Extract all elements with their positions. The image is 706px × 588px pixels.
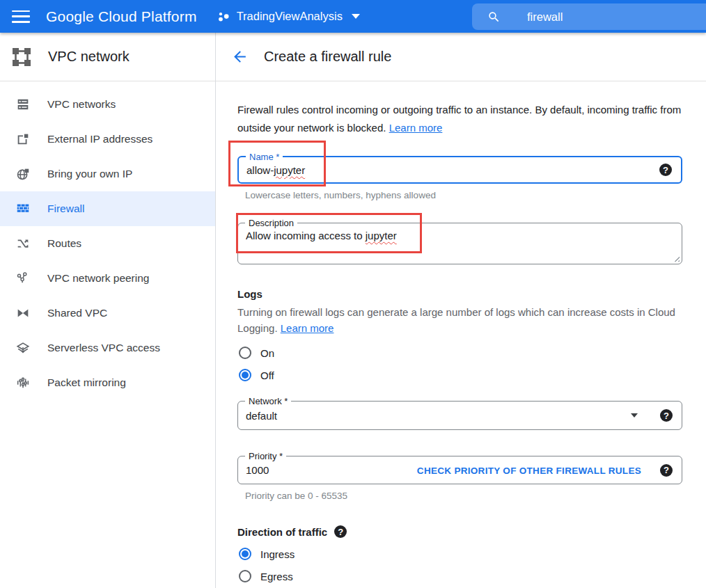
description-value-prefix: Allow incoming access to xyxy=(246,230,366,241)
name-value: allow-jupyter xyxy=(246,164,305,176)
sidebar-item-routes[interactable]: Routes xyxy=(0,226,215,261)
shared-vpc-icon xyxy=(15,305,31,321)
network-help-icon[interactable]: ? xyxy=(660,409,673,422)
chevron-down-icon xyxy=(352,14,360,19)
serverless-icon xyxy=(15,340,31,356)
sidebar-item-label: Serverless VPC access xyxy=(47,342,160,354)
logs-off-radio[interactable]: Off xyxy=(237,364,682,386)
peering-icon xyxy=(15,271,31,286)
back-button[interactable] xyxy=(231,48,249,65)
sidebar-item-shared-vpc[interactable]: Shared VPC xyxy=(0,296,215,331)
network-value: default xyxy=(246,410,277,422)
arrow-left-icon xyxy=(231,48,249,65)
logs-section: Logs Turning on firewall logs can genera… xyxy=(237,288,682,386)
sidebar-item-label: Bring your own IP xyxy=(47,168,132,180)
project-name: TradingViewAnalysis xyxy=(237,10,343,23)
description-value: Allow incoming access to jupyter xyxy=(246,230,397,241)
project-switcher[interactable]: TradingViewAnalysis xyxy=(217,10,360,24)
sidebar-item-firewall[interactable]: Firewall xyxy=(0,191,215,226)
firewall-brick-icon xyxy=(15,201,31,216)
menu-icon[interactable] xyxy=(12,10,30,23)
search-value: firewall xyxy=(527,10,563,24)
sidebar-item-label: VPC network peering xyxy=(47,272,149,285)
name-label: Name * xyxy=(246,151,283,163)
sidebar-nav: VPC networks External IP addresses Bring… xyxy=(0,81,215,400)
egress-label: Egress xyxy=(260,571,293,582)
description-value-flagged: jupyter xyxy=(366,230,397,241)
name-value-prefix: allow- xyxy=(246,164,274,176)
name-helper-text: Lowercase letters, numbers, hyphens allo… xyxy=(245,190,682,200)
sidebar-item-bring-your-own-ip[interactable]: Bring your own IP xyxy=(0,157,215,191)
sidebar-item-external-ip-addresses[interactable]: External IP addresses xyxy=(0,122,215,157)
radio-off-state-icon xyxy=(239,570,251,582)
radio-on-state-icon xyxy=(239,548,251,560)
description-label: Description xyxy=(245,217,297,229)
search-icon xyxy=(487,10,501,24)
check-priority-link[interactable]: CHECK PRIORITY OF OTHER FIREWALL RULES xyxy=(417,465,641,475)
intro-learn-more-link[interactable]: Learn more xyxy=(389,122,443,134)
name-value-flagged: jupyter xyxy=(274,164,305,176)
priority-helper-text: Priority can be 0 - 65535 xyxy=(245,491,682,501)
sidebar-item-label: External IP addresses xyxy=(47,133,152,145)
routes-icon xyxy=(15,236,31,251)
network-label: Network * xyxy=(245,395,291,407)
sidebar-title: VPC network xyxy=(48,49,130,65)
sidebar-item-label: Packet mirroring xyxy=(47,376,126,389)
radio-off-state-icon xyxy=(239,347,251,359)
dropdown-caret-icon xyxy=(631,413,638,418)
search-input[interactable]: firewall xyxy=(472,3,706,30)
priority-help-icon[interactable]: ? xyxy=(660,464,673,477)
vpc-network-logo-icon xyxy=(10,46,33,68)
sidebar: VPC network VPC networks External IP add… xyxy=(0,33,216,588)
logs-on-radio[interactable]: On xyxy=(237,342,682,364)
name-input[interactable]: Name * allow-jupyter ? xyxy=(237,156,682,184)
textarea-resize-handle[interactable] xyxy=(672,254,680,262)
page-title: Create a firewall rule xyxy=(264,49,391,65)
sidebar-item-vpc-networks[interactable]: VPC networks xyxy=(0,87,215,122)
name-field-group: Name * allow-jupyter ? Lowercase letters… xyxy=(237,156,682,200)
priority-label: Priority * xyxy=(245,450,286,462)
direction-section: Direction of traffic ? Ingress Egress xyxy=(237,525,682,587)
sidebar-item-label: Shared VPC xyxy=(47,307,107,319)
direction-help-icon[interactable]: ? xyxy=(334,525,347,538)
priority-value: 1000 xyxy=(246,464,269,476)
sidebar-item-serverless-vpc-access[interactable]: Serverless VPC access xyxy=(0,331,215,365)
name-help-icon[interactable]: ? xyxy=(659,164,672,176)
page-header: Create a firewall rule xyxy=(216,33,706,81)
packet-mirroring-icon xyxy=(15,375,31,390)
description-field-group: Description Allow incoming access to jup… xyxy=(237,223,682,264)
intro-text: Firewall rules control incoming or outgo… xyxy=(237,101,682,137)
main-area: Create a firewall rule Firewall rules co… xyxy=(216,33,706,588)
sidebar-item-packet-mirroring[interactable]: Packet mirroring xyxy=(0,365,215,400)
sidebar-item-label: Routes xyxy=(47,237,81,250)
project-icon xyxy=(217,10,230,24)
logs-on-label: On xyxy=(260,347,274,359)
brand-title: Google Cloud Platform xyxy=(46,8,197,25)
description-textarea[interactable]: Description Allow incoming access to jup… xyxy=(237,223,682,264)
sidebar-item-label: Firewall xyxy=(47,202,84,215)
network-field-group: Network * default ? xyxy=(237,401,682,430)
direction-egress-radio[interactable]: Egress xyxy=(237,565,682,587)
sidebar-header: VPC network xyxy=(0,33,215,81)
sidebar-item-label: VPC networks xyxy=(47,98,116,111)
radio-on-state-icon xyxy=(239,369,251,381)
intro-text-body: Firewall rules control incoming or outgo… xyxy=(237,104,681,134)
logs-note: Turning on firewall logs can generate a … xyxy=(237,304,682,336)
ingress-label: Ingress xyxy=(260,548,295,560)
form-content: Firewall rules control incoming or outgo… xyxy=(216,81,706,587)
vpc-networks-icon xyxy=(15,97,31,112)
network-select[interactable]: Network * default ? xyxy=(237,401,682,430)
direction-heading: Direction of traffic xyxy=(237,526,327,538)
priority-input[interactable]: Priority * 1000 CHECK PRIORITY OF OTHER … xyxy=(237,456,682,484)
logs-heading: Logs xyxy=(237,288,682,300)
app-bar: Google Cloud Platform TradingViewAnalysi… xyxy=(0,0,706,33)
external-ip-icon xyxy=(15,132,31,147)
logs-off-label: Off xyxy=(260,370,274,381)
priority-field-group: Priority * 1000 CHECK PRIORITY OF OTHER … xyxy=(237,456,682,501)
globe-icon xyxy=(15,166,31,182)
logs-learn-more-link[interactable]: Learn more xyxy=(281,322,334,334)
sidebar-item-vpc-network-peering[interactable]: VPC network peering xyxy=(0,261,215,296)
direction-ingress-radio[interactable]: Ingress xyxy=(237,543,682,565)
